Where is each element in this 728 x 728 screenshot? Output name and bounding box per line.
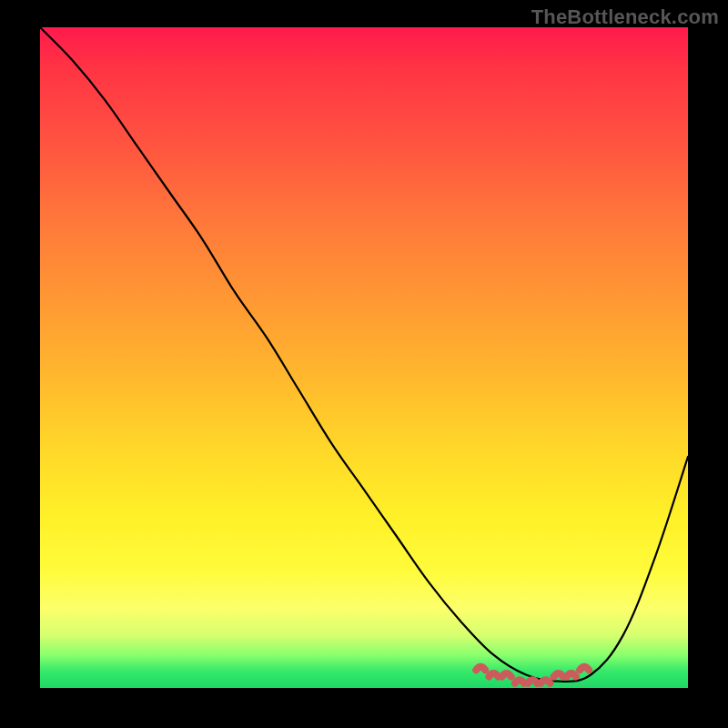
watermark-text: TheBottleneck.com bbox=[531, 5, 719, 29]
chart-svg bbox=[40, 27, 688, 688]
bottleneck-curve bbox=[40, 27, 688, 682]
chart-plot-area bbox=[40, 27, 688, 688]
